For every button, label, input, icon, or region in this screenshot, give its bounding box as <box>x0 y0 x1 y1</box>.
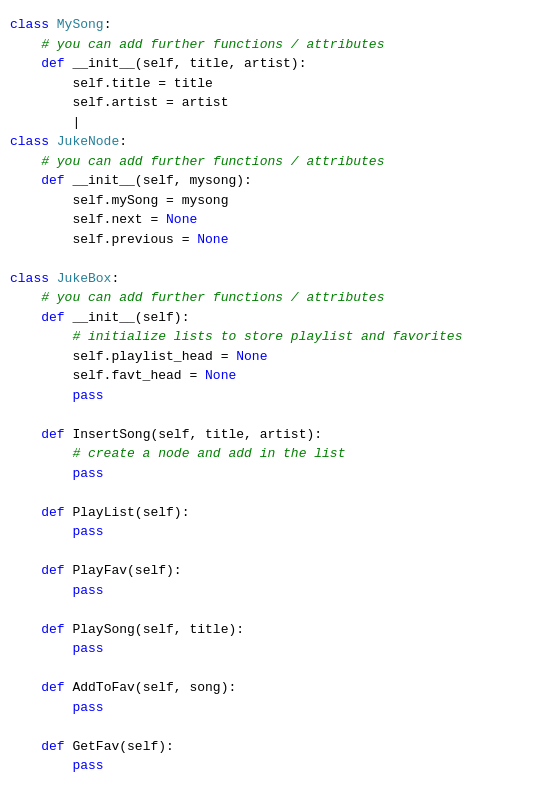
code-line-25 <box>0 483 549 503</box>
code-line-27: pass <box>0 522 549 542</box>
comment-2: # you can add further functions / attrib… <box>10 152 384 172</box>
code-line-28 <box>0 542 549 562</box>
code-line-10: self.mySong = mysong <box>0 191 549 211</box>
code-line-37 <box>0 717 549 737</box>
code-line-33: pass <box>0 639 549 659</box>
code-line-26: def PlayList(self): <box>0 503 549 523</box>
code-line-6: | <box>0 113 549 133</box>
code-line-3: def __init__(self, title, artist): <box>0 54 549 74</box>
keyword-class-2: class <box>10 132 57 152</box>
code-line-19: self.favt_head = None <box>0 366 549 386</box>
code-line-9: def __init__(self, mysong): <box>0 171 549 191</box>
code-line-2: # you can add further functions / attrib… <box>0 35 549 55</box>
code-line-8: # you can add further functions / attrib… <box>0 152 549 172</box>
code-line-12: self.previous = None <box>0 230 549 250</box>
code-line-31 <box>0 600 549 620</box>
code-line-35: def AddToFav(self, song): <box>0 678 549 698</box>
code-line-22: def InsertSong(self, title, artist): <box>0 425 549 445</box>
code-line-30: pass <box>0 581 549 601</box>
class-jukebox: JukeBox <box>57 269 112 289</box>
code-line-13 <box>0 249 549 269</box>
code-line-16: def __init__(self): <box>0 308 549 328</box>
keyword-def: def <box>41 54 72 74</box>
code-line-17: # initialize lists to store playlist and… <box>0 327 549 347</box>
code-line-15: # you can add further functions / attrib… <box>0 288 549 308</box>
code-line-11: self.next = None <box>0 210 549 230</box>
code-line-40 <box>0 776 549 793</box>
code-line-14: class JukeBox: <box>0 269 549 289</box>
keyword-class: class <box>10 15 57 35</box>
code-line-29: def PlayFav(self): <box>0 561 549 581</box>
class-jukenode: JukeNode <box>57 132 119 152</box>
code-line-39: pass <box>0 756 549 776</box>
keyword-class-3: class <box>10 269 57 289</box>
code-line-36: pass <box>0 698 549 718</box>
code-line-18: self.playlist_head = None <box>0 347 549 367</box>
comment-4: # initialize lists to store playlist and… <box>10 327 462 347</box>
code-line-24: pass <box>0 464 549 484</box>
code-line-20: pass <box>0 386 549 406</box>
code-line-21 <box>0 405 549 425</box>
code-line-7: class JukeNode: <box>0 132 549 152</box>
comment-3: # you can add further functions / attrib… <box>10 288 384 308</box>
class-mysong: MySong <box>57 15 104 35</box>
comment-1: # you can add further functions / attrib… <box>10 35 384 55</box>
code-line-38: def GetFav(self): <box>0 737 549 757</box>
code-line-34 <box>0 659 549 679</box>
code-line-4: self.title = title <box>0 74 549 94</box>
code-line-23: # create a node and add in the list <box>0 444 549 464</box>
code-editor: class MySong: # you can add further func… <box>0 10 549 792</box>
code-line-32: def PlaySong(self, title): <box>0 620 549 640</box>
code-line-5: self.artist = artist <box>0 93 549 113</box>
comment-5: # create a node and add in the list <box>10 444 345 464</box>
code-line-1: class MySong: <box>0 15 549 35</box>
